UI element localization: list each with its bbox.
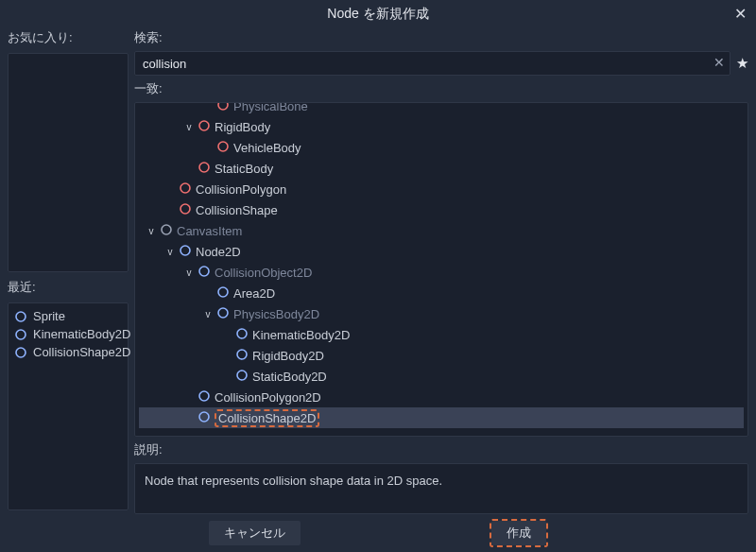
tree-row[interactable]: Area2D <box>139 283 744 303</box>
node-icon <box>198 161 211 177</box>
tree-row-label: Node2D <box>196 245 241 259</box>
tree-row[interactable]: StaticBody <box>139 158 744 179</box>
node-icon <box>216 306 230 322</box>
tree-row-label: StaticBody <box>215 162 273 176</box>
svg-point-10 <box>180 246 190 255</box>
create-button[interactable]: 作成 <box>491 521 546 545</box>
node-icon <box>235 348 249 364</box>
description-label: 説明: <box>134 440 748 459</box>
svg-point-12 <box>218 287 228 297</box>
node-icon <box>235 327 249 343</box>
tree-row-label: StaticBody2D <box>252 370 327 384</box>
svg-point-11 <box>199 267 209 276</box>
tree-row-label: CollisionShape2D <box>218 411 316 425</box>
tree-row[interactable]: StaticBody2D <box>139 366 744 387</box>
tree-row[interactable]: vCanvasItem <box>139 220 744 241</box>
node-icon <box>198 265 211 281</box>
titlebar: Node を新規作成 ✕ <box>0 0 756 28</box>
svg-point-13 <box>218 308 228 318</box>
tree-row-label: KinematicBody2D <box>252 328 350 342</box>
tree-row-label: CollisionPolygon <box>196 182 286 197</box>
matches-tree: PhysicalBonevRigidBodyVehicleBodyStaticB… <box>134 102 748 437</box>
tree-row[interactable]: CollisionPolygon2D <box>139 387 744 407</box>
tree-row-label: CollisionObject2D <box>215 266 312 280</box>
tree-row[interactable]: KinematicBody2D <box>139 324 744 345</box>
tree-row-label: PhysicsBody2D <box>233 307 319 321</box>
node-icon <box>216 285 230 302</box>
tree-row[interactable]: RigidBody2D <box>139 345 744 366</box>
expander-icon[interactable]: v <box>184 267 194 278</box>
tree-row-label: Area2D <box>233 286 275 301</box>
cancel-button[interactable]: キャンセル <box>209 521 301 545</box>
svg-point-4 <box>199 121 209 130</box>
recent-item[interactable]: CollisionShape2D <box>12 343 124 361</box>
recent-item-label: Sprite <box>33 309 65 323</box>
node-icon <box>179 244 192 260</box>
svg-point-3 <box>218 102 228 110</box>
tree-row[interactable]: PhysicalBone <box>139 102 744 116</box>
tree-row[interactable]: CollisionShape <box>139 199 744 220</box>
recent-panel: SpriteKinematicBody2DCollisionShape2D <box>8 302 129 510</box>
expander-icon[interactable]: v <box>184 122 194 132</box>
recent-label: 最近: <box>8 278 129 297</box>
svg-point-18 <box>199 412 209 422</box>
favorites-label: お気に入り: <box>8 28 129 47</box>
tree-row[interactable]: vPhysicsBody2D <box>139 303 744 324</box>
favorite-star-icon[interactable]: ★ <box>736 55 748 72</box>
favorites-panel <box>8 53 129 272</box>
tree-row-label: CollisionShape <box>196 203 278 217</box>
tree-row[interactable]: vCollisionObject2D <box>139 262 744 283</box>
node-icon <box>179 202 192 218</box>
tree-row-label: CollisionPolygon2D <box>215 390 321 405</box>
dialog-title: Node を新規作成 <box>327 6 428 23</box>
tree-row[interactable]: CollisionShape2D <box>139 407 744 428</box>
search-label: 検索: <box>134 28 748 47</box>
button-bar: キャンセル 作成 <box>0 514 756 552</box>
node-icon <box>235 369 249 385</box>
svg-point-8 <box>180 204 190 214</box>
tree-row[interactable]: CollisionPolygon <box>139 179 744 199</box>
tree-row-label: RigidBody <box>215 120 270 134</box>
node-icon <box>198 389 211 405</box>
search-input[interactable] <box>134 51 730 76</box>
tree-row-label: RigidBody2D <box>252 349 324 363</box>
expander-icon[interactable]: v <box>165 247 175 257</box>
svg-point-7 <box>180 183 190 193</box>
svg-point-14 <box>237 329 247 338</box>
description-text: Node that represents collision shape dat… <box>145 474 442 488</box>
expander-icon[interactable]: v <box>146 226 156 236</box>
description-panel: Node that represents collision shape dat… <box>134 463 748 514</box>
node-icon <box>160 223 173 239</box>
svg-point-15 <box>237 350 247 359</box>
recent-item-label: KinematicBody2D <box>33 327 130 341</box>
recent-item[interactable]: KinematicBody2D <box>12 325 124 343</box>
tree-row-label: VehicleBody <box>233 141 301 155</box>
svg-point-0 <box>16 312 26 321</box>
tree-row[interactable]: vNode2D <box>139 241 744 262</box>
matches-label: 一致: <box>134 79 748 98</box>
close-icon[interactable]: ✕ <box>734 5 747 23</box>
recent-item-label: CollisionShape2D <box>33 345 130 359</box>
svg-point-5 <box>218 142 228 151</box>
node-icon <box>216 102 230 114</box>
svg-point-2 <box>16 348 26 357</box>
svg-point-16 <box>237 371 247 380</box>
tree-row-label: CanvasItem <box>177 224 242 238</box>
clear-icon[interactable]: ✕ <box>713 55 725 70</box>
expander-icon[interactable]: v <box>203 309 213 319</box>
tree-row[interactable]: VehicleBody <box>139 137 744 158</box>
svg-point-17 <box>199 391 209 401</box>
node-icon <box>198 410 211 426</box>
node-icon <box>198 119 211 135</box>
svg-point-1 <box>16 330 26 339</box>
svg-point-9 <box>162 225 171 234</box>
node-icon <box>216 140 230 156</box>
tree-row[interactable]: vRigidBody <box>139 116 744 137</box>
svg-point-6 <box>199 163 209 172</box>
node-icon <box>179 181 192 198</box>
tree-row-label: PhysicalBone <box>233 102 308 113</box>
recent-item[interactable]: Sprite <box>12 307 124 325</box>
